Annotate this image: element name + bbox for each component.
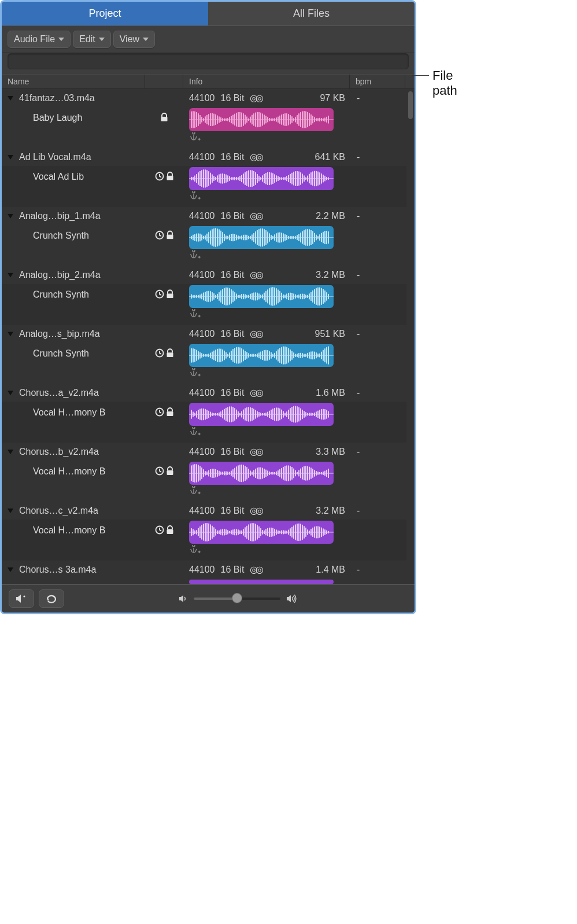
scrollbar[interactable] bbox=[406, 89, 415, 584]
svg-rect-134 bbox=[272, 173, 273, 184]
tab-bar: Project All Files bbox=[2, 2, 415, 25]
file-row[interactable]: Analog…s_bip.m4a4410016 Bit◎◎951 KB- bbox=[2, 325, 406, 343]
svg-rect-599 bbox=[205, 523, 206, 541]
slider-knob[interactable] bbox=[232, 593, 242, 603]
svg-rect-302 bbox=[272, 287, 273, 306]
svg-rect-15 bbox=[212, 113, 213, 126]
region-row[interactable]: Crunch Synth bbox=[2, 343, 406, 384]
waveform-preview[interactable] bbox=[189, 285, 334, 308]
column-name[interactable]: Name bbox=[2, 75, 145, 88]
region-row[interactable]: Crunch Synth bbox=[2, 284, 406, 325]
waveform-preview[interactable] bbox=[189, 580, 334, 584]
svg-rect-486 bbox=[300, 409, 301, 421]
region-row[interactable]: Vocal H…mony B bbox=[2, 402, 406, 443]
svg-rect-226 bbox=[286, 235, 287, 240]
svg-rect-543 bbox=[253, 470, 254, 476]
waveform-preview[interactable] bbox=[189, 344, 334, 367]
svg-rect-65 bbox=[298, 113, 299, 125]
svg-rect-542 bbox=[251, 472, 253, 474]
region-row[interactable]: Baby Laugh bbox=[2, 107, 406, 148]
disclosure-triangle-icon[interactable] bbox=[8, 450, 13, 454]
svg-rect-235 bbox=[302, 231, 303, 243]
file-row[interactable]: Analog…bip_2.m4a4410016 Bit◎◎3.2 MB- bbox=[2, 266, 406, 284]
region-name: Vocal Ad Lib bbox=[2, 167, 145, 182]
file-row[interactable]: Analog…bip_1.m4a4410016 Bit◎◎2.2 MB- bbox=[2, 207, 406, 225]
disclosure-triangle-icon[interactable] bbox=[8, 567, 13, 572]
region-row[interactable]: Crunch Synth bbox=[2, 225, 406, 266]
region-row[interactable]: Vocal H…mony B bbox=[2, 519, 406, 561]
disclosure-triangle-icon[interactable] bbox=[8, 391, 13, 395]
svg-rect-255 bbox=[191, 294, 192, 298]
disclosure-triangle-icon[interactable] bbox=[8, 96, 13, 101]
waveform-preview[interactable] bbox=[189, 167, 334, 190]
tab-project[interactable]: Project bbox=[2, 2, 208, 25]
file-row[interactable]: Ad Lib Vocal.m4a4410016 Bit◎◎641 KB- bbox=[2, 148, 406, 166]
column-bpm[interactable]: bpm bbox=[350, 75, 405, 88]
waveform-preview[interactable] bbox=[189, 521, 334, 544]
svg-rect-193 bbox=[229, 235, 230, 240]
region-row[interactable]: Vocal Ad Lib bbox=[2, 166, 406, 207]
svg-rect-201 bbox=[243, 235, 244, 240]
play-button[interactable] bbox=[9, 589, 34, 608]
svg-rect-45 bbox=[264, 114, 265, 124]
file-row[interactable]: Chorus…c_v2.m4a4410016 Bit◎◎3.2 MB- bbox=[2, 502, 406, 519]
svg-rect-424 bbox=[193, 412, 194, 417]
tab-all-files[interactable]: All Files bbox=[208, 2, 415, 25]
file-path-display[interactable] bbox=[8, 53, 409, 69]
svg-rect-119 bbox=[246, 171, 247, 186]
volume-low-icon bbox=[179, 595, 188, 603]
disclosure-triangle-icon[interactable] bbox=[8, 332, 13, 336]
column-status[interactable] bbox=[145, 75, 183, 88]
file-info: 4410016 Bit◎◎3.3 MB bbox=[183, 446, 351, 457]
svg-rect-384 bbox=[269, 351, 270, 359]
svg-rect-197 bbox=[236, 235, 237, 240]
svg-rect-25 bbox=[229, 117, 230, 123]
view-menu[interactable]: View bbox=[113, 31, 155, 48]
svg-rect-535 bbox=[239, 465, 241, 482]
svg-rect-185 bbox=[215, 228, 216, 247]
edit-menu[interactable]: Edit bbox=[73, 31, 111, 48]
svg-rect-33 bbox=[243, 113, 244, 125]
waveform-preview[interactable] bbox=[189, 226, 334, 249]
file-row[interactable]: Chorus…a_v2.m4a4410016 Bit◎◎1.6 MB- bbox=[2, 384, 406, 402]
svg-rect-357 bbox=[222, 350, 223, 361]
audio-file-menu[interactable]: Audio File bbox=[8, 31, 71, 48]
svg-rect-280 bbox=[234, 292, 235, 301]
svg-rect-635 bbox=[267, 528, 268, 536]
waveform-preview[interactable] bbox=[189, 403, 334, 426]
svg-rect-244 bbox=[317, 236, 319, 239]
file-row[interactable]: Chorus…s 3a.m4a4410016 Bit◎◎1.4 MB- bbox=[2, 561, 406, 578]
volume-slider[interactable] bbox=[194, 598, 280, 600]
svg-rect-518 bbox=[210, 469, 211, 477]
svg-rect-102 bbox=[217, 176, 218, 182]
file-row[interactable]: Chorus…b_v2.m4a4410016 Bit◎◎3.3 MB- bbox=[2, 443, 406, 461]
region-status-icons bbox=[145, 226, 183, 240]
svg-rect-196 bbox=[234, 234, 235, 241]
svg-rect-190 bbox=[224, 234, 225, 241]
disclosure-triangle-icon[interactable] bbox=[8, 509, 13, 513]
svg-rect-329 bbox=[319, 287, 320, 305]
disclosure-triangle-icon[interactable] bbox=[8, 155, 13, 159]
cycle-button[interactable] bbox=[39, 589, 64, 608]
scrollbar-thumb[interactable] bbox=[408, 91, 413, 119]
file-bpm: - bbox=[351, 388, 406, 398]
svg-rect-530 bbox=[231, 471, 232, 476]
svg-rect-386 bbox=[272, 354, 273, 357]
svg-rect-238 bbox=[307, 229, 308, 246]
svg-rect-458 bbox=[251, 408, 253, 421]
region-row[interactable]: Vocal H…mony B bbox=[2, 461, 406, 502]
file-info: 4410016 Bit◎◎641 KB bbox=[183, 151, 351, 162]
waveform-preview[interactable] bbox=[189, 108, 334, 131]
svg-rect-206 bbox=[251, 235, 253, 240]
volume-high-icon bbox=[286, 595, 298, 603]
disclosure-triangle-icon[interactable] bbox=[8, 214, 13, 218]
disclosure-triangle-icon[interactable] bbox=[8, 273, 13, 277]
svg-rect-104 bbox=[220, 174, 221, 184]
svg-rect-94 bbox=[203, 169, 204, 187]
column-info[interactable]: Info bbox=[183, 75, 350, 88]
waveform-preview[interactable] bbox=[189, 462, 334, 485]
svg-rect-64 bbox=[297, 115, 298, 124]
svg-rect-195 bbox=[232, 234, 234, 242]
file-bpm: - bbox=[351, 93, 406, 103]
file-row[interactable]: 41fantaz…03.m4a4410016 Bit◎◎97 KB- bbox=[2, 89, 406, 107]
